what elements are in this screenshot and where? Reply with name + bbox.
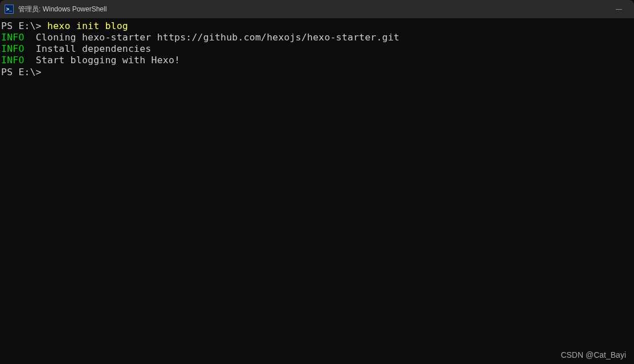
watermark-text: CSDN @Cat_Bayi xyxy=(561,350,626,359)
info-message: Install dependencies xyxy=(24,43,152,54)
info-tag: INFO xyxy=(1,32,24,43)
powershell-icon-glyph: >_ xyxy=(6,6,12,12)
window-controls xyxy=(615,5,629,13)
command-text: hexo init blog xyxy=(47,21,128,31)
window-titlebar: >_ 管理员: Windows PowerShell xyxy=(0,0,634,18)
prompt-line-1: PS E:\> xyxy=(1,21,47,31)
terminal-output[interactable]: PS E:\> hexo init blog INFO Cloning hexo… xyxy=(0,18,634,80)
titlebar-left: >_ 管理员: Windows PowerShell xyxy=(5,5,107,14)
info-message: Cloning hexo-starter https://github.com/… xyxy=(24,32,400,43)
window-title: 管理员: Windows PowerShell xyxy=(18,5,107,14)
powershell-icon: >_ xyxy=(5,5,14,14)
prompt-line-2: PS E:\> xyxy=(1,67,42,77)
minimize-button[interactable] xyxy=(615,5,623,13)
info-message: Start blogging with Hexo! xyxy=(24,55,181,66)
info-tag: INFO xyxy=(1,55,24,66)
info-tag: INFO xyxy=(1,43,24,54)
